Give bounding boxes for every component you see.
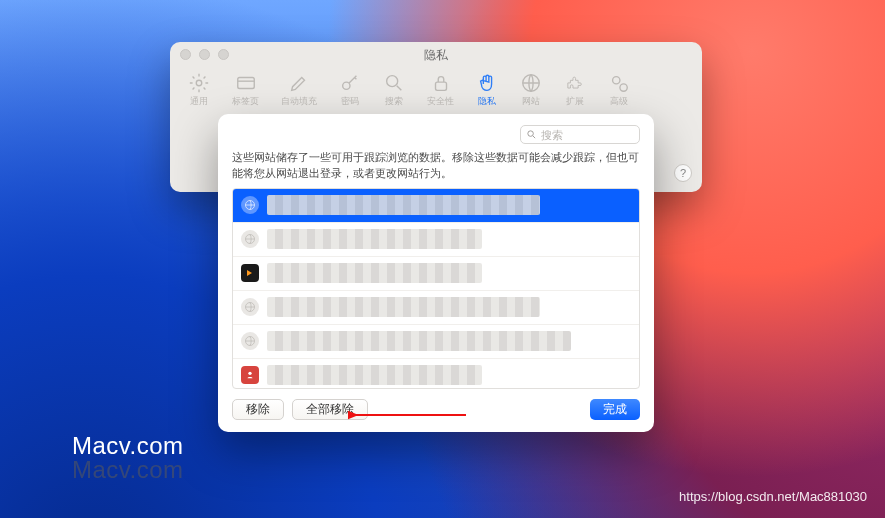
puzzle-icon <box>564 74 586 92</box>
help-button[interactable]: ? <box>674 164 692 182</box>
svg-rect-4 <box>435 82 446 90</box>
svg-point-13 <box>248 372 251 375</box>
tab-search[interactable]: 搜索 <box>383 74 405 108</box>
globe-icon <box>241 298 259 316</box>
svg-point-2 <box>343 82 350 89</box>
website-name-redacted <box>267 263 482 283</box>
tab-tabs[interactable]: 标签页 <box>232 74 259 108</box>
globe-icon <box>241 196 259 214</box>
remove-all-button[interactable]: 全部移除 <box>292 399 368 420</box>
svg-point-0 <box>196 80 202 86</box>
globe-icon <box>520 74 542 92</box>
image-credit: https://blog.csdn.net/Mac881030 <box>679 489 867 504</box>
desktop-background: 隐私 通用 标签页 自动填充 密码 搜索 <box>0 0 885 518</box>
website-list[interactable] <box>232 188 640 389</box>
titlebar: 隐私 <box>170 42 702 68</box>
tab-label: 隐私 <box>478 95 496 108</box>
svg-point-6 <box>613 77 620 84</box>
done-button[interactable]: 完成 <box>590 399 640 420</box>
tab-label: 通用 <box>190 95 208 108</box>
tab-passwords[interactable]: 密码 <box>339 74 361 108</box>
website-row[interactable] <box>233 189 639 223</box>
website-row[interactable] <box>233 291 639 325</box>
key-icon <box>339 74 361 92</box>
tab-general[interactable]: 通用 <box>188 74 210 108</box>
tab-label: 自动填充 <box>281 95 317 108</box>
tab-label: 扩展 <box>566 95 584 108</box>
website-row[interactable] <box>233 257 639 291</box>
website-name-redacted <box>267 229 482 249</box>
lock-icon <box>430 74 452 92</box>
general-icon <box>188 74 210 92</box>
remove-button[interactable]: 移除 <box>232 399 284 420</box>
search-field-wrapper[interactable] <box>520 125 640 144</box>
preferences-toolbar: 通用 标签页 自动填充 密码 搜索 安全性 <box>170 68 702 118</box>
search-input[interactable] <box>541 129 631 141</box>
tab-label: 搜索 <box>385 95 403 108</box>
site-favicon <box>241 366 259 384</box>
tab-websites[interactable]: 网站 <box>520 74 542 108</box>
website-row[interactable] <box>233 223 639 257</box>
tab-security[interactable]: 安全性 <box>427 74 454 108</box>
globe-icon <box>241 332 259 350</box>
autofill-icon <box>288 74 310 92</box>
gear-icon <box>608 74 630 92</box>
hand-icon <box>476 74 498 92</box>
window-title: 隐私 <box>170 47 702 64</box>
website-name-redacted <box>267 365 482 385</box>
website-name-redacted <box>267 297 540 317</box>
site-favicon <box>241 264 259 282</box>
tab-label: 标签页 <box>232 95 259 108</box>
sheet-footer: 移除 全部移除 完成 <box>232 399 640 420</box>
search-icon <box>383 74 405 92</box>
tab-label: 密码 <box>341 95 359 108</box>
watermark-shadow: Macv.com <box>72 456 184 484</box>
sheet-description: 这些网站储存了一些可用于跟踪浏览的数据。移除这些数据可能会减少跟踪，但也可能将您… <box>232 150 640 182</box>
tab-extensions[interactable]: 扩展 <box>564 74 586 108</box>
tabs-icon <box>235 74 257 92</box>
website-name-redacted <box>267 195 540 215</box>
tab-label: 网站 <box>522 95 540 108</box>
globe-icon <box>241 230 259 248</box>
svg-point-8 <box>528 131 534 137</box>
search-icon <box>526 129 537 140</box>
website-row[interactable] <box>233 359 639 389</box>
website-row[interactable] <box>233 325 639 359</box>
tab-privacy[interactable]: 隐私 <box>476 74 498 108</box>
website-data-sheet: 这些网站储存了一些可用于跟踪浏览的数据。移除这些数据可能会减少跟踪，但也可能将您… <box>218 114 654 432</box>
tab-label: 高级 <box>610 95 628 108</box>
svg-point-7 <box>620 84 627 91</box>
svg-point-3 <box>387 76 398 87</box>
tab-autofill[interactable]: 自动填充 <box>281 74 317 108</box>
svg-rect-1 <box>237 78 254 89</box>
tab-label: 安全性 <box>427 95 454 108</box>
tab-advanced[interactable]: 高级 <box>608 74 630 108</box>
website-name-redacted <box>267 331 571 351</box>
